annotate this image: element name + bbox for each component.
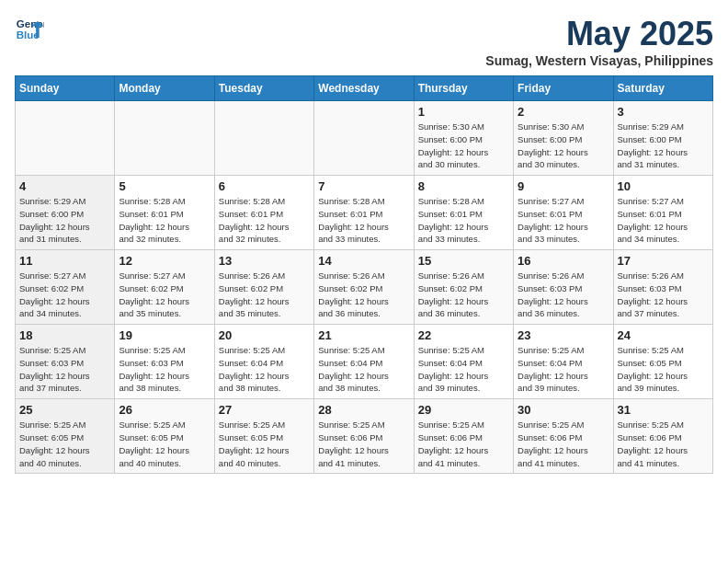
day-number: 27 bbox=[219, 403, 310, 417]
day-number: 2 bbox=[518, 105, 609, 119]
calendar-cell: 22Sunrise: 5:25 AM Sunset: 6:04 PM Dayli… bbox=[414, 325, 513, 399]
day-number: 13 bbox=[219, 254, 310, 268]
dow-header-friday: Friday bbox=[514, 76, 613, 101]
calendar-cell: 21Sunrise: 5:25 AM Sunset: 6:04 PM Dayli… bbox=[314, 325, 414, 399]
day-number: 24 bbox=[618, 328, 709, 342]
calendar-cell bbox=[314, 101, 414, 176]
calendar-table: SundayMondayTuesdayWednesdayThursdayFrid… bbox=[15, 75, 713, 474]
calendar-cell bbox=[16, 101, 115, 176]
day-number: 6 bbox=[219, 179, 310, 193]
day-info: Sunrise: 5:25 AM Sunset: 6:03 PM Dayligh… bbox=[19, 344, 110, 395]
calendar-cell: 2Sunrise: 5:30 AM Sunset: 6:00 PM Daylig… bbox=[514, 101, 613, 176]
calendar-cell: 28Sunrise: 5:25 AM Sunset: 6:06 PM Dayli… bbox=[314, 399, 414, 474]
day-number: 12 bbox=[119, 254, 210, 268]
calendar-cell: 6Sunrise: 5:28 AM Sunset: 6:01 PM Daylig… bbox=[214, 176, 313, 250]
calendar-cell: 13Sunrise: 5:26 AM Sunset: 6:02 PM Dayli… bbox=[214, 250, 313, 325]
title-block: May 2025 Sumag, Western Visayas, Philipp… bbox=[485, 15, 713, 68]
day-info: Sunrise: 5:27 AM Sunset: 6:01 PM Dayligh… bbox=[618, 195, 709, 246]
day-info: Sunrise: 5:28 AM Sunset: 6:01 PM Dayligh… bbox=[418, 195, 509, 246]
day-info: Sunrise: 5:25 AM Sunset: 6:06 PM Dayligh… bbox=[518, 419, 609, 469]
day-number: 21 bbox=[318, 328, 409, 342]
day-info: Sunrise: 5:25 AM Sunset: 6:05 PM Dayligh… bbox=[19, 419, 110, 469]
day-number: 25 bbox=[19, 403, 110, 417]
calendar-cell: 7Sunrise: 5:28 AM Sunset: 6:01 PM Daylig… bbox=[314, 176, 414, 250]
day-number: 8 bbox=[418, 179, 509, 193]
dow-header-sunday: Sunday bbox=[16, 76, 115, 101]
location-subtitle: Sumag, Western Visayas, Philippines bbox=[485, 53, 713, 68]
day-info: Sunrise: 5:25 AM Sunset: 6:04 PM Dayligh… bbox=[518, 344, 609, 395]
day-number: 17 bbox=[618, 254, 709, 268]
day-info: Sunrise: 5:30 AM Sunset: 6:00 PM Dayligh… bbox=[518, 121, 609, 171]
calendar-cell: 16Sunrise: 5:26 AM Sunset: 6:03 PM Dayli… bbox=[514, 250, 613, 325]
day-info: Sunrise: 5:25 AM Sunset: 6:06 PM Dayligh… bbox=[618, 419, 709, 469]
day-info: Sunrise: 5:25 AM Sunset: 6:06 PM Dayligh… bbox=[418, 419, 509, 469]
dow-header-saturday: Saturday bbox=[613, 76, 712, 101]
calendar-cell bbox=[115, 101, 214, 176]
day-info: Sunrise: 5:26 AM Sunset: 6:02 PM Dayligh… bbox=[418, 270, 509, 320]
day-number: 15 bbox=[418, 254, 509, 268]
calendar-cell: 1Sunrise: 5:30 AM Sunset: 6:00 PM Daylig… bbox=[414, 101, 513, 176]
logo: General Blue bbox=[15, 15, 44, 44]
day-number: 20 bbox=[219, 328, 310, 342]
month-title: May 2025 bbox=[485, 15, 713, 53]
calendar-cell: 17Sunrise: 5:26 AM Sunset: 6:03 PM Dayli… bbox=[613, 250, 712, 325]
day-info: Sunrise: 5:27 AM Sunset: 6:02 PM Dayligh… bbox=[19, 270, 110, 320]
day-number: 11 bbox=[19, 254, 110, 268]
day-number: 30 bbox=[518, 403, 609, 417]
day-info: Sunrise: 5:28 AM Sunset: 6:01 PM Dayligh… bbox=[318, 195, 409, 246]
calendar-cell: 4Sunrise: 5:29 AM Sunset: 6:00 PM Daylig… bbox=[16, 176, 115, 250]
day-number: 26 bbox=[119, 403, 210, 417]
day-info: Sunrise: 5:25 AM Sunset: 6:05 PM Dayligh… bbox=[219, 419, 310, 469]
day-number: 19 bbox=[119, 328, 210, 342]
day-info: Sunrise: 5:26 AM Sunset: 6:03 PM Dayligh… bbox=[618, 270, 709, 320]
day-number: 14 bbox=[318, 254, 409, 268]
day-number: 23 bbox=[518, 328, 609, 342]
day-info: Sunrise: 5:25 AM Sunset: 6:04 PM Dayligh… bbox=[219, 344, 310, 395]
calendar-cell: 9Sunrise: 5:27 AM Sunset: 6:01 PM Daylig… bbox=[514, 176, 613, 250]
dow-header-tuesday: Tuesday bbox=[214, 76, 313, 101]
day-number: 4 bbox=[19, 179, 110, 193]
day-info: Sunrise: 5:26 AM Sunset: 6:02 PM Dayligh… bbox=[318, 270, 409, 320]
day-info: Sunrise: 5:25 AM Sunset: 6:05 PM Dayligh… bbox=[119, 419, 210, 469]
calendar-cell: 25Sunrise: 5:25 AM Sunset: 6:05 PM Dayli… bbox=[16, 399, 115, 474]
day-info: Sunrise: 5:29 AM Sunset: 6:00 PM Dayligh… bbox=[618, 121, 709, 171]
day-info: Sunrise: 5:26 AM Sunset: 6:03 PM Dayligh… bbox=[518, 270, 609, 320]
day-info: Sunrise: 5:25 AM Sunset: 6:04 PM Dayligh… bbox=[418, 344, 509, 395]
calendar-cell: 5Sunrise: 5:28 AM Sunset: 6:01 PM Daylig… bbox=[115, 176, 214, 250]
dow-header-wednesday: Wednesday bbox=[314, 76, 414, 101]
calendar-cell: 26Sunrise: 5:25 AM Sunset: 6:05 PM Dayli… bbox=[115, 399, 214, 474]
day-info: Sunrise: 5:25 AM Sunset: 6:03 PM Dayligh… bbox=[119, 344, 210, 395]
calendar-cell: 15Sunrise: 5:26 AM Sunset: 6:02 PM Dayli… bbox=[414, 250, 513, 325]
calendar-cell: 31Sunrise: 5:25 AM Sunset: 6:06 PM Dayli… bbox=[613, 399, 712, 474]
day-info: Sunrise: 5:25 AM Sunset: 6:06 PM Dayligh… bbox=[318, 419, 409, 469]
day-info: Sunrise: 5:30 AM Sunset: 6:00 PM Dayligh… bbox=[418, 121, 509, 171]
page-header: General Blue May 2025 Sumag, Western Vis… bbox=[15, 15, 713, 68]
day-number: 28 bbox=[318, 403, 409, 417]
day-info: Sunrise: 5:28 AM Sunset: 6:01 PM Dayligh… bbox=[119, 195, 210, 246]
calendar-cell: 20Sunrise: 5:25 AM Sunset: 6:04 PM Dayli… bbox=[214, 325, 313, 399]
calendar-cell: 30Sunrise: 5:25 AM Sunset: 6:06 PM Dayli… bbox=[514, 399, 613, 474]
day-number: 1 bbox=[418, 105, 509, 119]
day-number: 31 bbox=[618, 403, 709, 417]
calendar-cell: 8Sunrise: 5:28 AM Sunset: 6:01 PM Daylig… bbox=[414, 176, 513, 250]
day-info: Sunrise: 5:28 AM Sunset: 6:01 PM Dayligh… bbox=[219, 195, 310, 246]
calendar-cell: 3Sunrise: 5:29 AM Sunset: 6:00 PM Daylig… bbox=[613, 101, 712, 176]
day-number: 7 bbox=[318, 179, 409, 193]
day-number: 5 bbox=[119, 179, 210, 193]
day-number: 29 bbox=[418, 403, 509, 417]
day-info: Sunrise: 5:27 AM Sunset: 6:02 PM Dayligh… bbox=[119, 270, 210, 320]
day-number: 16 bbox=[518, 254, 609, 268]
day-info: Sunrise: 5:25 AM Sunset: 6:05 PM Dayligh… bbox=[618, 344, 709, 395]
day-info: Sunrise: 5:25 AM Sunset: 6:04 PM Dayligh… bbox=[318, 344, 409, 395]
calendar-cell: 24Sunrise: 5:25 AM Sunset: 6:05 PM Dayli… bbox=[613, 325, 712, 399]
day-number: 10 bbox=[618, 179, 709, 193]
dow-header-monday: Monday bbox=[115, 76, 214, 101]
calendar-cell: 18Sunrise: 5:25 AM Sunset: 6:03 PM Dayli… bbox=[16, 325, 115, 399]
calendar-cell: 29Sunrise: 5:25 AM Sunset: 6:06 PM Dayli… bbox=[414, 399, 513, 474]
calendar-cell: 12Sunrise: 5:27 AM Sunset: 6:02 PM Dayli… bbox=[115, 250, 214, 325]
dow-header-thursday: Thursday bbox=[414, 76, 513, 101]
day-number: 9 bbox=[518, 179, 609, 193]
day-number: 22 bbox=[418, 328, 509, 342]
calendar-cell bbox=[214, 101, 313, 176]
calendar-cell: 14Sunrise: 5:26 AM Sunset: 6:02 PM Dayli… bbox=[314, 250, 414, 325]
